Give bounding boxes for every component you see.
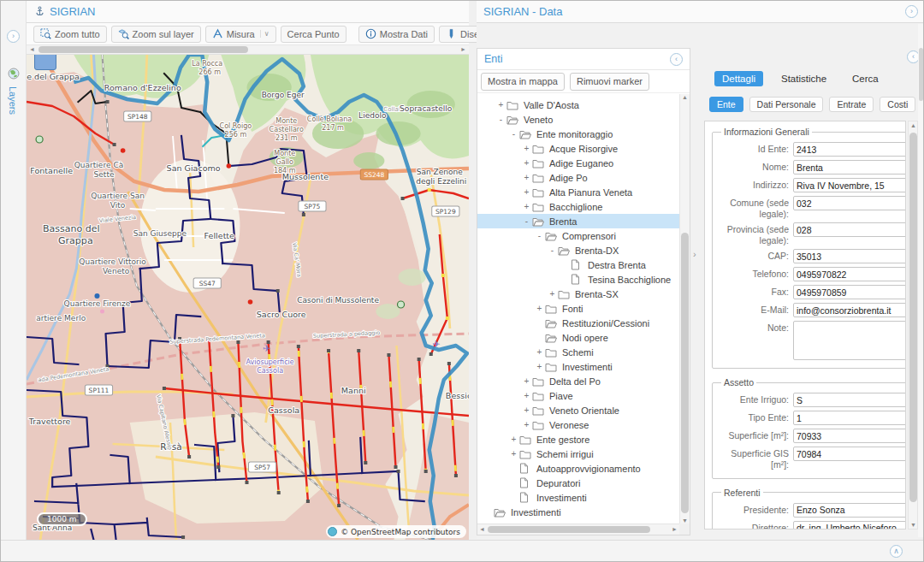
tree-hscroll-thumb[interactable] <box>488 526 650 533</box>
field-input-e-mail[interactable] <box>793 303 906 317</box>
expand-icon[interactable]: + <box>534 304 545 313</box>
tab-cerca[interactable]: Cerca <box>844 71 886 86</box>
scroll-down-icon[interactable]: ▼ <box>682 518 688 524</box>
map-zoom-control[interactable] <box>34 55 56 70</box>
scroll-left-icon[interactable]: ◄ <box>29 46 35 52</box>
tree-item-acque-risorgive[interactable]: +Acque Risorgive <box>477 141 679 156</box>
field-input-tipo-ente[interactable] <box>793 411 906 425</box>
tree-item-schemi-irrigui[interactable]: +Schemi irrigui <box>477 447 679 461</box>
tree-item-investimenti[interactable]: +Investimenti <box>477 359 679 374</box>
tree-hscrollbar[interactable]: ◄ ► <box>477 524 679 535</box>
tree-item-adige-po[interactable]: +Adige Po <box>477 170 679 185</box>
map-canvas[interactable]: SP148SS47SP111SP57SP75SP129SS248 ve del … <box>27 55 469 540</box>
tree-item-tesina-bacchiglione[interactable]: Tesina Bacchiglione <box>477 272 679 287</box>
rimuovi-marker-button[interactable]: Rimuovi marker <box>570 73 649 91</box>
tree-item-depuratori[interactable]: Depuratori <box>477 476 679 490</box>
tree-item-restituzioni-cessioni[interactable]: Restituzioni/Cessioni <box>477 316 679 330</box>
page-vscrollbar[interactable] <box>918 24 924 537</box>
tree-item-delta-del-po[interactable]: +Delta del Po <box>477 374 679 388</box>
field-input-cap[interactable] <box>793 249 906 263</box>
tree-item-destra-brenta[interactable]: Destra Brenta <box>477 257 679 272</box>
tree-item-ente-gestore[interactable]: +Ente gestore <box>477 432 679 447</box>
expand-icon[interactable]: + <box>495 100 506 109</box>
collapse-icon[interactable]: - <box>547 246 558 255</box>
tree-item-brenta-sx[interactable]: +Brenta-SX <box>477 287 679 301</box>
scroll-up-icon[interactable]: ▲ <box>910 122 916 128</box>
tab-statistiche[interactable]: Statistiche <box>773 71 834 86</box>
scroll-right-icon[interactable]: ► <box>672 526 678 532</box>
subtab-entrate[interactable]: Entrate <box>829 97 874 112</box>
field-input-superficie-m[interactable] <box>793 429 906 443</box>
splitter-collapse-icon[interactable]: › <box>693 249 696 259</box>
toolbar-button-zoom-tutto[interactable]: Zoom tutto <box>33 26 107 43</box>
expand-icon[interactable]: + <box>521 405 532 415</box>
mostra-in-mappa-button[interactable]: Mostra in mappa <box>481 73 565 91</box>
tree-item-piave[interactable]: +Piave <box>477 388 679 403</box>
field-input-ente-irriguo[interactable] <box>793 393 906 407</box>
tree-vscroll-thumb[interactable] <box>681 233 689 513</box>
tree-item-veneto[interactable]: -Veneto <box>477 112 679 127</box>
tree-item-schemi[interactable]: +Schemi <box>477 345 679 359</box>
expand-icon[interactable]: + <box>547 289 558 299</box>
field-input-presidente[interactable] <box>793 503 906 518</box>
expand-icon[interactable]: + <box>534 347 545 357</box>
rail-expand-icon[interactable]: › <box>7 30 20 43</box>
subtab-ente[interactable]: Ente <box>709 97 743 112</box>
tab-dettagli[interactable]: Dettagli <box>714 71 763 86</box>
subtab-costi[interactable]: Costi <box>880 97 915 112</box>
expand-icon[interactable]: + <box>521 202 532 211</box>
field-input-superficie-gis-m[interactable] <box>793 447 906 461</box>
scroll-left-icon[interactable]: ◄ <box>479 526 485 532</box>
collapse-enti-icon[interactable]: ‹ <box>670 53 683 66</box>
expand-icon[interactable]: + <box>521 144 532 153</box>
expand-icon[interactable]: + <box>521 173 532 182</box>
tree-item-ente-monitoraggio[interactable]: -Ente monitoraggio <box>477 127 679 141</box>
tree-item-adige-euganeo[interactable]: +Adige Euganeo <box>477 156 679 170</box>
tree-item-investimenti[interactable]: Investimenti <box>477 490 679 505</box>
expand-icon[interactable]: + <box>521 187 532 197</box>
expand-icon[interactable]: + <box>521 158 532 168</box>
field-input-fax[interactable] <box>793 285 906 299</box>
tree-item-bacchiglione[interactable]: +Bacchiglione <box>477 199 679 214</box>
globe-icon[interactable] <box>8 68 20 83</box>
expand-icon[interactable]: + <box>508 449 519 458</box>
field-input-note[interactable] <box>793 321 906 360</box>
map-hscrollbar[interactable]: ◄ ► <box>27 45 469 55</box>
tree-item-comprensori[interactable]: -Comprensori <box>477 228 679 243</box>
collapse-icon[interactable]: - <box>534 231 545 240</box>
tree-item-brenta-dx[interactable]: -Brenta-DX <box>477 243 679 257</box>
tree-item-fonti[interactable]: +Fonti <box>477 301 679 316</box>
tree-item-veronese[interactable]: +Veronese <box>477 417 679 432</box>
scroll-down-icon[interactable]: ▼ <box>910 522 916 528</box>
tree-item-alta-pianura-veneta[interactable]: +Alta Pianura Veneta <box>477 185 679 199</box>
toolbar-button-cerca-punto[interactable]: Cerca Punto <box>281 26 346 43</box>
tree-item-nodi-opere[interactable]: Nodi opere <box>477 330 679 345</box>
tree-vscrollbar[interactable]: ▲ ▼ <box>679 94 690 524</box>
tree-item-veneto-orientale[interactable]: +Veneto Orientale <box>477 403 679 417</box>
tree-item-investimenti[interactable]: Investimenti <box>477 505 679 519</box>
subtab-dati-personale[interactable]: Dati Personale <box>749 97 824 112</box>
toolbar-button-mostra-dati[interactable]: Mostra Dati <box>358 26 435 43</box>
expand-icon[interactable]: + <box>534 362 545 371</box>
expand-icon[interactable]: + <box>521 376 532 386</box>
form-vscroll-thumb[interactable] <box>909 133 917 502</box>
tree-item-brenta[interactable]: -Brenta <box>477 214 679 228</box>
map-viewport[interactable]: SP148SS47SP111SP57SP75SP129SS248 ve del … <box>27 55 469 540</box>
expand-icon[interactable]: + <box>521 420 532 429</box>
expand-icon[interactable]: + <box>508 435 519 444</box>
collapse-right-icon[interactable]: › <box>905 5 918 18</box>
collapse-icon[interactable]: - <box>521 216 532 226</box>
layers-tab[interactable]: Layers <box>8 86 18 115</box>
field-input-direttore[interactable] <box>793 521 906 529</box>
scroll-right-icon[interactable]: ► <box>460 46 466 52</box>
collapse-icon[interactable]: - <box>508 129 519 139</box>
page-vscroll-thumb[interactable] <box>919 48 923 101</box>
collapse-bottom-icon[interactable]: ∧ <box>890 545 903 558</box>
tree-item-valle-d-aosta[interactable]: +Valle D'Aosta <box>477 98 679 112</box>
scroll-up-icon[interactable]: ▲ <box>682 94 688 100</box>
field-input-comune-sede-legale[interactable] <box>793 196 906 210</box>
map-hscroll-thumb[interactable] <box>38 46 248 53</box>
form-vscrollbar[interactable]: ▲ ▼ <box>908 121 918 529</box>
tree-item-autoapprovvigionamento[interactable]: Autoapprovvigionamento <box>477 461 679 476</box>
field-input-provincia-sede-legale[interactable] <box>793 222 906 237</box>
